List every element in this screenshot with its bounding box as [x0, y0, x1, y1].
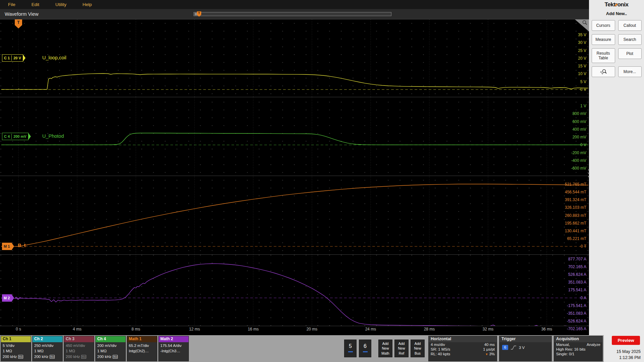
- results-table-button[interactable]: Results Table: [592, 48, 615, 63]
- horizontal-title: Horizontal: [429, 336, 497, 342]
- zoom-tool-button[interactable]: [592, 66, 615, 77]
- math2-badge-id: M 2: [2, 295, 11, 301]
- trigger-level: 3 V: [519, 346, 525, 350]
- ch2-bw-limit-icon: Bw: [50, 355, 55, 359]
- ch3-card[interactable]: Ch 3 450 mV/div 1 MΩ 200 kHzBw: [64, 336, 94, 361]
- math2-waveform-glyph-icon: [15, 296, 21, 300]
- waveform-slice-math1[interactable]: [0, 176, 589, 254]
- ch3-bw-limit-icon: Bw: [81, 355, 86, 359]
- measure-button[interactable]: Measure: [592, 34, 615, 45]
- more-button[interactable]: More...: [618, 66, 642, 77]
- magnifier-icon[interactable]: [582, 20, 588, 25]
- ch1-bw-limit-icon: Bw: [18, 355, 23, 359]
- ch1-scale: 5 V/div: [3, 343, 29, 348]
- search-button[interactable]: Search: [618, 34, 642, 45]
- ch2-bandwidth: 200 kHz: [34, 355, 48, 359]
- ch4-card[interactable]: Ch 4 200 mV/div 1 MΩ 200 kHzBw: [95, 336, 126, 361]
- math2-channel-badge[interactable]: M 2: [2, 294, 11, 302]
- waveform-slice-math2[interactable]: [0, 254, 589, 326]
- add-new-math-button[interactable]: Add New Math: [378, 340, 392, 357]
- sample-interval: 1 μs/pt: [483, 347, 495, 351]
- rising-edge-icon: [511, 345, 517, 350]
- datetime-display: 15 May 2025 1:12:36 PM: [616, 349, 641, 361]
- ch1-badge-id: C 1: [2, 55, 11, 61]
- math2-trace: [0, 255, 589, 326]
- x-tick-label: 24 ms: [362, 327, 379, 331]
- math2-card[interactable]: Math 2 175.54 A/div -Intg(Ch3…: [158, 336, 189, 361]
- trigger-title: Trigger: [499, 336, 551, 342]
- add-new-heading: Add New..: [589, 11, 644, 16]
- x-tick-label: 36 ms: [538, 327, 555, 331]
- waveform-slice-ch1[interactable]: [0, 19, 589, 97]
- ch4-bw-limit-icon: Bw: [113, 355, 118, 359]
- view-title: Waveform View: [5, 11, 39, 17]
- acquisition-resolution: High Res: 16 bits: [556, 347, 586, 351]
- trigger-position-percent: 3%: [489, 352, 495, 356]
- menu-item[interactable]: Edit: [23, 0, 47, 9]
- record-scrollbar[interactable]: T: [194, 12, 391, 16]
- math1-trace: [0, 176, 589, 254]
- menu-item[interactable]: File: [0, 0, 23, 9]
- math2-card-header: Math 2: [159, 336, 189, 342]
- acquisition-single: Single: 0/1: [556, 352, 574, 356]
- record-length: RL: 40 kpts: [431, 352, 450, 356]
- ch1-channel-badge[interactable]: C 1 20 V: [2, 54, 23, 62]
- ch4-badge-id: C 4: [2, 134, 11, 139]
- panel-splitter-handle[interactable]: [588, 169, 590, 177]
- horizontal-panel[interactable]: Horizontal 4 ms/div40 ms SR: 1 MS/s1 μs/…: [428, 336, 497, 361]
- channel-5-label: 5: [349, 343, 352, 349]
- acquisition-mode: Manual,: [556, 343, 570, 347]
- x-tick-label: 32 ms: [480, 327, 496, 331]
- menu-item[interactable]: Utility: [47, 0, 74, 9]
- preview-button[interactable]: Preview: [612, 336, 640, 345]
- ch3-card-header: Ch 3: [64, 336, 94, 342]
- waveform-slice-ch4[interactable]: [0, 97, 589, 176]
- channel-6-button[interactable]: 6: [359, 340, 371, 357]
- math1-card-header: Math 1: [127, 336, 157, 342]
- channel-6-color-bar: [363, 351, 368, 352]
- trigger-panel[interactable]: Trigger 6 3 V: [499, 336, 552, 361]
- ch1-card[interactable]: Ch 1 5 V/div 1 MΩ 200 kHzBw: [1, 336, 31, 361]
- ch2-card-header: Ch 2: [33, 336, 62, 342]
- acquisition-title: Acquisition: [554, 336, 602, 342]
- menu-bar: FileEditUtilityHelp: [0, 0, 589, 9]
- sample-rate: SR: 1 MS/s: [431, 347, 450, 351]
- channel-5-button[interactable]: 5: [344, 340, 357, 357]
- menu-item[interactable]: Help: [74, 0, 100, 9]
- horizontal-window: 40 ms: [484, 343, 495, 347]
- ch1-trace: [0, 19, 589, 97]
- right-panel: Add New.. Cursors Callout Measure Search…: [589, 9, 644, 335]
- horizontal-scale: 4 ms/div: [431, 343, 445, 347]
- acquisition-panel[interactable]: Acquisition Manual,Analyze High Res: 16 …: [554, 336, 603, 361]
- x-tick-label: 20 ms: [304, 327, 320, 331]
- plot-button[interactable]: Plot: [618, 48, 642, 59]
- callout-button[interactable]: Callout: [618, 20, 642, 31]
- math1-scale: 65.2 mT/div: [129, 343, 155, 348]
- trigger-position-icon[interactable]: T: [197, 11, 201, 17]
- ch2-card[interactable]: Ch 2 250 mV/div 1 MΩ 200 kHzBw: [32, 336, 63, 361]
- add-new-ref-button[interactable]: Add New Ref: [394, 340, 409, 357]
- view-titlebar[interactable]: Waveform View T: [0, 9, 589, 19]
- bottom-bar: Ch 1 5 V/div 1 MΩ 200 kHzBw Ch 2 250 mV/…: [0, 335, 604, 362]
- time-label: 1:12:36 PM: [616, 355, 641, 361]
- math2-function: -Intg(Ch3…: [160, 348, 187, 354]
- add-new-bus-button[interactable]: Add New Bus: [411, 340, 425, 357]
- x-tick-label: 0 s: [10, 327, 27, 331]
- math1-channel-badge[interactable]: M 1: [2, 243, 11, 250]
- cursors-button[interactable]: Cursors: [592, 20, 615, 31]
- ch3-impedance: 1 MΩ: [66, 348, 92, 354]
- x-tick-label: 4 ms: [69, 327, 86, 331]
- math1-trace-label: B_t: [18, 243, 25, 248]
- channel-5-color-bar: [348, 351, 353, 352]
- ch1-badge-scale: 20 V: [11, 55, 23, 61]
- ch1-trace-label: U_loop,coil: [42, 55, 66, 60]
- math1-card[interactable]: Math 1 65.2 mT/div Intg(Ch2)…: [127, 336, 157, 361]
- ch4-channel-badge[interactable]: C 4 200 mV: [2, 133, 29, 140]
- bottom-right-area: Preview 15 May 2025 1:12:36 PM: [604, 335, 644, 362]
- math1-badge-id: M 1: [2, 244, 11, 249]
- ch4-trace: [0, 97, 589, 176]
- oscilloscope-screen: FileEditUtilityHelp Tektronix Waveform V…: [0, 0, 644, 362]
- trigger-source-badge: 6: [502, 345, 508, 350]
- date-label: 15 May 2025: [616, 349, 641, 355]
- math1-function: Intg(Ch2)…: [129, 348, 155, 354]
